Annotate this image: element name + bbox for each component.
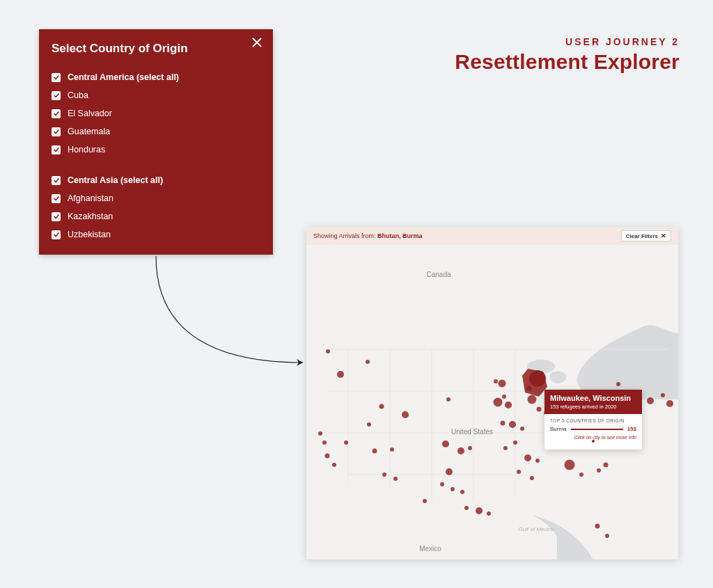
city-bubble[interactable] (509, 421, 516, 428)
city-bubble[interactable] (464, 506, 469, 510)
filter-label: Kazakhstan (68, 212, 113, 221)
filter-panel-title: Select Country of Origin (52, 42, 260, 56)
city-bubble[interactable] (344, 440, 348, 445)
city-bubble[interactable] (318, 431, 322, 436)
city-bubble[interactable] (446, 468, 453, 475)
filter-item-afghanistan[interactable]: Afghanistan (52, 189, 260, 207)
city-bubble[interactable] (527, 386, 532, 391)
checkbox-icon (52, 230, 61, 239)
city-bubble[interactable] (442, 440, 449, 447)
city-bubble[interactable] (605, 534, 609, 538)
filter-label: El Salvador (68, 109, 112, 118)
city-bubble[interactable] (450, 487, 455, 491)
city-bubble[interactable] (440, 482, 444, 486)
city-bubble[interactable] (390, 447, 394, 452)
city-bubble[interactable] (423, 499, 427, 503)
country-filter-panel: Select Country of Origin Central America… (39, 29, 273, 255)
filter-group-central-asia: Central Asia (select all) Afghanistan Ka… (52, 171, 260, 244)
filter-summary-values: Bhutan, Burma (377, 232, 423, 239)
city-bubble[interactable] (503, 446, 508, 450)
city-bubble[interactable] (666, 400, 673, 407)
city-bubble[interactable] (528, 395, 537, 404)
city-bubble[interactable] (402, 411, 409, 418)
filter-label: Guatemala (68, 127, 110, 136)
city-bubble[interactable] (446, 397, 450, 402)
city-bubble[interactable] (367, 422, 371, 427)
tooltip-legend (550, 440, 636, 445)
city-bubble[interactable] (517, 470, 521, 474)
city-bubble[interactable] (616, 382, 620, 386)
clear-filters-button[interactable]: Clear Filters ✕ (621, 230, 671, 241)
checkbox-icon (52, 194, 61, 203)
city-bubble[interactable] (366, 360, 370, 364)
city-bubble-milwaukee[interactable] (529, 370, 546, 387)
city-bubble[interactable] (337, 371, 344, 378)
city-bubble[interactable] (661, 393, 665, 397)
close-icon[interactable] (251, 36, 263, 49)
city-bubble[interactable] (513, 440, 517, 445)
tooltip-origin-name: Burma (550, 426, 567, 432)
filter-group-header[interactable]: Central America (select all) (52, 68, 260, 86)
city-bubble[interactable] (647, 397, 654, 404)
city-bubble[interactable] (460, 490, 464, 494)
filter-group-central-america: Central America (select all) Cuba El Sal… (52, 68, 260, 159)
filter-group-header[interactable]: Central Asia (select all) (52, 171, 260, 189)
city-bubble[interactable] (326, 349, 330, 353)
city-bubble[interactable] (468, 446, 472, 450)
tooltip-footer: Click on city to see more info (550, 435, 636, 440)
city-bubble[interactable] (487, 511, 491, 516)
city-bubble[interactable] (535, 459, 540, 463)
filter-summary-prefix: Showing Arrivals from: (313, 232, 377, 239)
city-bubble[interactable] (499, 380, 506, 388)
filter-item-kazakhstan[interactable]: Kazakhstan (52, 207, 260, 225)
legend-dot-icon (592, 440, 595, 443)
tooltip-origin-row: Burma 153 (550, 426, 636, 432)
city-bubble[interactable] (604, 463, 609, 468)
filter-label: Central America (select all) (68, 72, 179, 82)
city-bubble[interactable] (502, 395, 506, 399)
city-bubble[interactable] (322, 440, 327, 445)
page-subtitle: USER JOURNEY 2 (565, 36, 680, 47)
city-bubble[interactable] (537, 407, 542, 412)
city-bubble[interactable] (524, 454, 531, 461)
city-bubble[interactable] (595, 524, 600, 529)
city-bubble[interactable] (520, 427, 524, 431)
tooltip-body: TOP 5 COUNTRIES OF ORIGIN Burma 153 Clic… (544, 414, 642, 450)
city-bubble[interactable] (373, 449, 377, 454)
map-panel: Showing Arrivals from: Bhutan, Burma Cle… (306, 227, 678, 559)
filter-label: Central Asia (select all) (68, 175, 163, 185)
checkbox-icon (52, 73, 61, 82)
filter-summary: Showing Arrivals from: Bhutan, Burma (313, 232, 423, 239)
city-bubble[interactable] (530, 476, 534, 480)
city-tooltip: Milwaukee, Wisconsin 153 refugees arrive… (544, 390, 642, 450)
city-bubble[interactable] (494, 379, 498, 383)
city-bubble[interactable] (382, 472, 386, 477)
city-bubble[interactable] (457, 447, 464, 454)
filter-label: Uzbekistan (68, 230, 111, 239)
filter-item-honduras[interactable]: Honduras (52, 141, 260, 159)
filter-item-guatemala[interactable]: Guatemala (52, 122, 260, 141)
city-bubble[interactable] (379, 404, 384, 409)
page-title: Resettlement Explorer (455, 50, 680, 74)
filter-item-el-salvador[interactable]: El Salvador (52, 104, 260, 122)
filter-item-cuba[interactable]: Cuba (52, 86, 260, 104)
filter-label: Afghanistan (68, 193, 113, 203)
city-bubble[interactable] (505, 402, 512, 408)
checkbox-icon (52, 145, 61, 154)
city-bubble[interactable] (325, 454, 330, 459)
tooltip-city-name: Milwaukee, Wisconsin (550, 394, 636, 402)
filter-label: Honduras (68, 145, 105, 154)
city-bubble[interactable] (501, 421, 506, 426)
city-bubble[interactable] (579, 472, 583, 477)
filter-item-uzbekistan[interactable]: Uzbekistan (52, 225, 260, 244)
close-icon: ✕ (661, 232, 666, 239)
city-bubble[interactable] (565, 460, 575, 470)
tooltip-section-label: TOP 5 COUNTRIES OF ORIGIN (550, 418, 636, 423)
city-bubble[interactable] (332, 463, 336, 467)
city-bubble[interactable] (476, 507, 483, 514)
city-bubble[interactable] (393, 477, 398, 481)
city-bubble[interactable] (597, 468, 601, 472)
city-bubble[interactable] (494, 398, 503, 407)
tooltip-origin-value: 153 (627, 426, 636, 432)
map-canvas[interactable]: Canada United States Mexico Gulf of Mexi… (306, 245, 678, 559)
